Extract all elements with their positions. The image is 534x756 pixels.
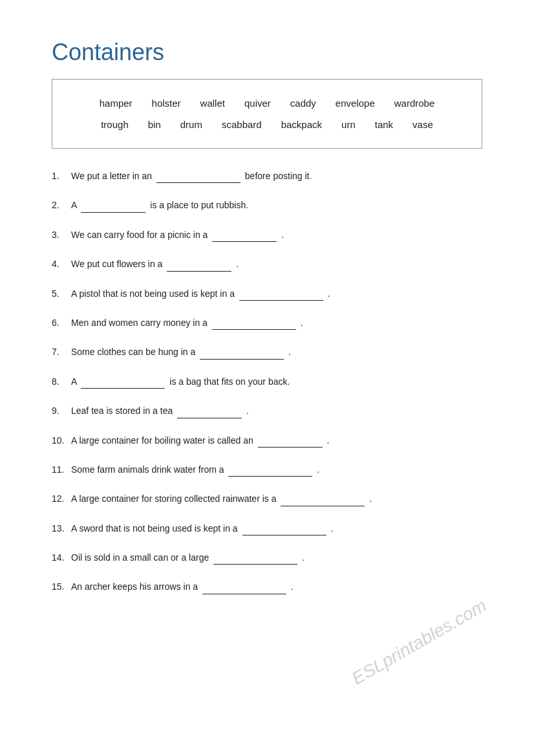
question-text: We can carry food for a picnic in a . [71, 227, 284, 242]
word-bank-row2: troughbindrumscabbardbackpackurntankvase [72, 114, 462, 135]
word-bank-row1: hamperholsterwalletquivercaddyenvelopewa… [72, 92, 462, 114]
page-title: Containers [52, 39, 482, 66]
questions-section: 1.We put a letter in an before posting i… [52, 168, 482, 594]
answer-blank[interactable] [81, 197, 145, 212]
question-number: 4. [52, 257, 71, 271]
question-text: We put cut flowers in a . [71, 256, 239, 271]
question-number: 13. [52, 522, 71, 535]
question-item: 2.A is a place to put rubbish. [52, 197, 482, 212]
question-item: 14.Oil is sold in a small can or a large… [52, 550, 482, 565]
question-item: 6.Men and women carry money in a . [52, 315, 482, 330]
answer-blank[interactable] [258, 433, 323, 448]
question-number: 5. [52, 287, 71, 301]
question-text: Oil is sold in a small can or a large . [71, 550, 304, 565]
word-item: backpack [281, 114, 322, 135]
question-number: 6. [52, 316, 71, 330]
question-text: A is a place to put rubbish. [71, 197, 248, 212]
word-item: caddy [290, 92, 316, 114]
question-item: 7.Some clothes can be hung in a . [52, 344, 482, 359]
answer-blank[interactable] [177, 403, 242, 418]
question-item: 12.A large container for storing collect… [52, 491, 482, 506]
question-number: 8. [52, 375, 71, 389]
word-item: tank [375, 114, 393, 135]
word-bank: hamperholsterwalletquivercaddyenvelopewa… [52, 79, 482, 149]
question-item: 15.An archer keeps his arrows in a . [52, 579, 482, 594]
answer-blank[interactable] [281, 491, 365, 506]
question-text: A is a bag that fits on your back. [71, 374, 290, 389]
word-item: drum [180, 114, 202, 135]
word-item: holster [152, 92, 181, 114]
question-item: 3.We can carry food for a picnic in a . [52, 227, 482, 242]
word-item: bin [148, 114, 161, 135]
question-item: 13.A sword that is not being used is kep… [52, 521, 482, 535]
answer-blank[interactable] [242, 521, 326, 535]
question-number: 3. [52, 228, 71, 242]
question-number: 11. [52, 463, 71, 477]
question-text: Some farm animals drink water from a . [71, 462, 319, 477]
question-item: 10.A large container for boiling water i… [52, 433, 482, 448]
question-item: 5.A pistol that is not being used is kep… [52, 286, 482, 301]
question-number: 9. [52, 404, 71, 418]
question-text: A large container for storing collected … [71, 491, 372, 506]
question-text: An archer keeps his arrows in a . [71, 579, 294, 594]
question-text: A large container for boiling water is c… [71, 433, 329, 448]
question-number: 14. [52, 551, 71, 565]
answer-blank[interactable] [228, 462, 312, 477]
word-item: vase [412, 114, 433, 135]
question-text: We put a letter in an before posting it. [71, 168, 312, 183]
answer-blank[interactable] [202, 579, 286, 594]
question-text: A pistol that is not being used is kept … [71, 286, 330, 301]
question-item: 1.We put a letter in an before posting i… [52, 168, 482, 183]
word-item: scabbard [222, 114, 262, 135]
word-item: wallet [200, 92, 225, 114]
question-item: 9.Leaf tea is stored in a tea . [52, 403, 482, 418]
question-text: Leaf tea is stored in a tea . [71, 403, 249, 418]
question-item: 4.We put cut flowers in a . [52, 256, 482, 271]
question-text: A sword that is not being used is kept i… [71, 521, 333, 535]
question-number: 10. [52, 434, 71, 448]
question-number: 7. [52, 345, 71, 359]
question-number: 1. [52, 169, 71, 183]
answer-blank[interactable] [212, 227, 277, 242]
word-item: trough [101, 114, 129, 135]
answer-blank[interactable] [156, 168, 240, 183]
watermark: ESLprintables.com [348, 595, 491, 689]
question-item: 11.Some farm animals drink water from a … [52, 462, 482, 477]
word-item: urn [341, 114, 356, 135]
question-number: 12. [52, 492, 71, 506]
answer-blank[interactable] [167, 256, 231, 271]
question-number: 2. [52, 199, 71, 212]
answer-blank[interactable] [239, 286, 323, 301]
answer-blank[interactable] [213, 550, 297, 565]
word-item: quiver [244, 92, 271, 114]
word-item: wardrobe [394, 92, 435, 114]
question-text: Men and women carry money in a . [71, 315, 303, 330]
word-item: hamper [100, 92, 133, 114]
answer-blank[interactable] [81, 374, 165, 389]
question-number: 15. [52, 580, 71, 594]
answer-blank[interactable] [200, 344, 284, 359]
word-item: envelope [336, 92, 375, 114]
answer-blank[interactable] [212, 315, 296, 330]
question-text: Some clothes can be hung in a . [71, 344, 291, 359]
question-item: 8.A is a bag that fits on your back. [52, 374, 482, 389]
